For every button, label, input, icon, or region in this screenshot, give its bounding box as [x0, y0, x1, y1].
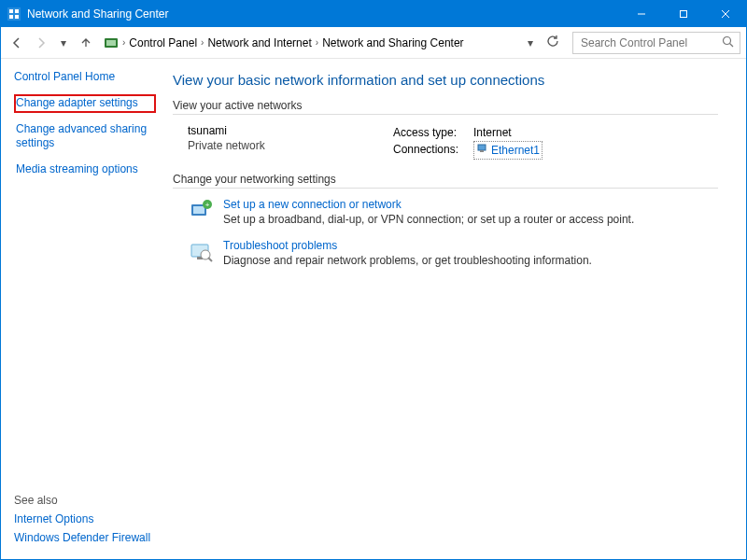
- window-title: Network and Sharing Center: [27, 7, 168, 21]
- refresh-button[interactable]: [543, 35, 563, 50]
- svg-rect-16: [193, 206, 204, 214]
- sidebar-change-advanced-sharing[interactable]: Change advanced sharing settings: [14, 120, 156, 153]
- troubleshoot-link[interactable]: Troubleshoot problems: [223, 239, 592, 252]
- breadcrumb: › Control Panel › Network and Internet ›…: [100, 35, 518, 50]
- search-input[interactable]: [579, 35, 710, 50]
- svg-rect-13: [478, 145, 486, 150]
- troubleshoot-icon: [188, 239, 214, 265]
- access-type-label: Access type:: [393, 124, 466, 141]
- network-name: tsunami: [188, 124, 393, 137]
- svg-rect-4: [15, 15, 19, 19]
- titlebar: Network and Sharing Center: [1, 1, 746, 27]
- breadcrumb-item[interactable]: Control Panel: [129, 36, 197, 49]
- divider: [173, 188, 718, 189]
- connection-link[interactable]: Ethernet1: [473, 141, 543, 160]
- setup-connection-icon: +: [188, 198, 214, 224]
- action-troubleshoot: Troubleshoot problems Diagnose and repai…: [188, 239, 718, 267]
- sidebar-media-streaming-options[interactable]: Media streaming options: [14, 161, 156, 179]
- svg-rect-2: [15, 9, 19, 13]
- control-panel-home-link[interactable]: Control Panel Home: [14, 70, 156, 83]
- divider: [173, 114, 718, 115]
- setup-connection-link[interactable]: Set up a new connection or network: [223, 198, 634, 211]
- up-button[interactable]: [76, 33, 96, 53]
- seealso-windows-defender-firewall[interactable]: Windows Defender Firewall: [14, 531, 156, 544]
- ethernet-icon: [476, 142, 487, 159]
- address-bar: ▾ › Control Panel › Network and Internet…: [1, 27, 746, 59]
- svg-line-22: [208, 258, 212, 261]
- app-icon: [7, 7, 21, 21]
- main-content: View your basic network information and …: [160, 59, 746, 559]
- back-button[interactable]: [7, 33, 27, 53]
- svg-rect-1: [9, 9, 13, 13]
- svg-rect-14: [480, 150, 484, 152]
- control-panel-icon: [104, 35, 119, 50]
- sidebar-change-adapter-settings[interactable]: Change adapter settings: [14, 94, 156, 113]
- close-button[interactable]: [704, 1, 746, 27]
- svg-rect-6: [680, 11, 686, 18]
- connections-label: Connections:: [393, 141, 466, 160]
- see-also-header: See also: [14, 494, 156, 507]
- chevron-right-icon: ›: [316, 37, 318, 48]
- access-type-value: Internet: [473, 124, 512, 141]
- page-heading: View your basic network information and …: [173, 72, 718, 88]
- active-network-row: tsunami Private network Access type: Int…: [188, 124, 718, 160]
- svg-rect-3: [9, 15, 13, 19]
- minimize-button[interactable]: [620, 1, 662, 27]
- search-box[interactable]: [572, 32, 740, 54]
- seealso-internet-options[interactable]: Internet Options: [14, 512, 156, 525]
- window-frame: Network and Sharing Center ▾ › Control: [0, 0, 747, 560]
- svg-point-11: [724, 36, 731, 44]
- recent-dropdown[interactable]: ▾: [55, 36, 72, 49]
- maximize-button[interactable]: [662, 1, 704, 27]
- action-setup-connection: + Set up a new connection or network Set…: [188, 198, 718, 226]
- sidebar: Control Panel Home Change adapter settin…: [1, 59, 160, 559]
- forward-button[interactable]: [31, 33, 51, 53]
- address-dropdown[interactable]: ▾: [522, 36, 539, 49]
- setup-connection-desc: Set up a broadband, dial-up, or VPN conn…: [223, 213, 634, 226]
- breadcrumb-item[interactable]: Network and Internet: [207, 36, 311, 49]
- active-networks-legend: View your active networks: [173, 99, 718, 112]
- svg-line-12: [730, 43, 734, 47]
- connection-name: Ethernet1: [491, 142, 540, 159]
- search-icon: [722, 35, 734, 50]
- svg-rect-10: [106, 40, 116, 46]
- chevron-right-icon: ›: [122, 37, 125, 48]
- breadcrumb-item[interactable]: Network and Sharing Center: [322, 36, 463, 49]
- troubleshoot-desc: Diagnose and repair network problems, or…: [223, 254, 592, 267]
- network-type: Private network: [188, 139, 393, 152]
- chevron-right-icon: ›: [201, 37, 204, 48]
- svg-text:+: +: [205, 201, 210, 209]
- change-settings-legend: Change your networking settings: [173, 173, 718, 186]
